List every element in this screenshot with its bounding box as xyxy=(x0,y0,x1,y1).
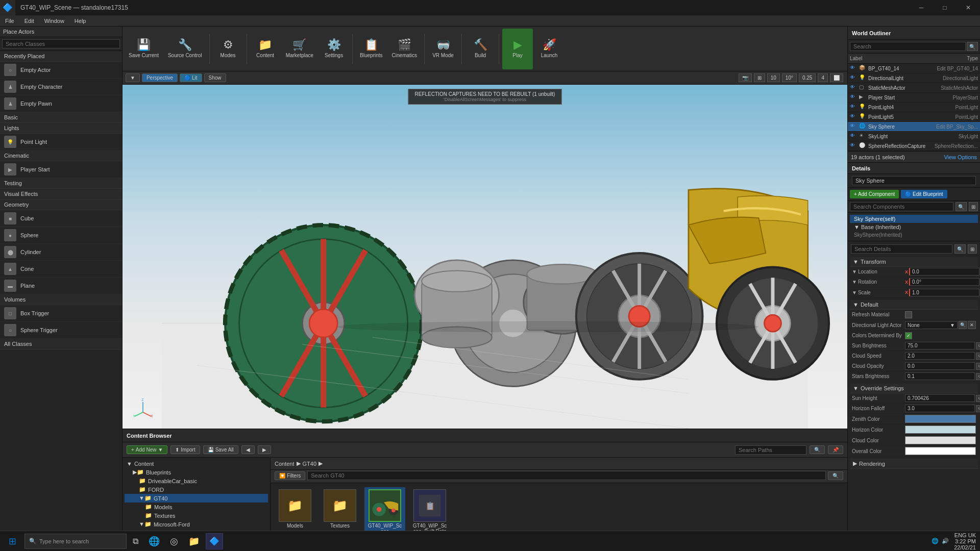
sun-brightness-reset-btn[interactable]: ↺ xyxy=(976,342,980,349)
tree-gt40[interactable]: ▼📁 GT40 xyxy=(125,494,268,503)
menu-edit[interactable]: Edit xyxy=(19,15,39,26)
sun-height-reset-btn[interactable]: ↺ xyxy=(976,395,980,402)
outliner-bp-gt40-14[interactable]: 👁 📦 BP_GT40_14 Edit BP_GT40_14 xyxy=(848,64,980,73)
outliner-pointlight4[interactable]: 👁 💡 PointLight4 PointLight xyxy=(848,103,980,112)
visibility-icon[interactable]: 👁 xyxy=(850,74,857,82)
tree-blueprints[interactable]: ▶📁 Blueprints xyxy=(125,468,268,477)
fov-btn[interactable]: 4 xyxy=(818,73,828,82)
override-settings-header[interactable]: ▼ Override Settings xyxy=(850,384,978,393)
default-header[interactable]: ▼ Default xyxy=(850,300,978,310)
outliner-search-input[interactable] xyxy=(850,42,966,51)
menu-window[interactable]: Window xyxy=(39,15,69,26)
category-geometry[interactable]: Geometry xyxy=(0,199,122,210)
tree-gt40-models[interactable]: 📁 Models xyxy=(125,503,268,511)
overall-color-swatch[interactable] xyxy=(905,447,976,455)
network-icon[interactable]: 🌐 xyxy=(932,538,939,544)
scale-btn[interactable]: 0.25 xyxy=(799,73,816,82)
lock-icon-btn[interactable]: 📌 xyxy=(828,445,843,454)
history-back-button[interactable]: ◀ xyxy=(241,445,255,454)
category-recently-placed[interactable]: Recently Placed xyxy=(0,51,122,62)
import-button[interactable]: ⬆ Import xyxy=(170,445,200,454)
search-paths-icon-btn[interactable]: 🔍 xyxy=(810,445,825,454)
directional-light-dropdown[interactable]: None ▼ xyxy=(905,321,958,329)
outliner-sphere-reflection[interactable]: 👁 ⚪ SphereReflectionCapture SphereReflec… xyxy=(848,141,980,151)
unreal-taskbar-btn[interactable]: 🔷 xyxy=(206,533,223,549)
angle-btn[interactable]: 10° xyxy=(782,73,797,82)
actor-empty-actor[interactable]: ○ Empty Actor xyxy=(0,62,122,79)
add-component-button[interactable]: + Add Component xyxy=(850,190,899,198)
horizon-falloff-input[interactable] xyxy=(905,405,975,412)
marketplace-button[interactable]: 🛒 Marketplace xyxy=(282,29,317,69)
grid-size-btn[interactable]: 10 xyxy=(767,73,780,82)
comp-skyshpere[interactable]: SkyShpere(Inherited) xyxy=(850,231,978,239)
build-button[interactable]: 🔨 Build xyxy=(465,29,496,69)
search-details-grid-btn[interactable]: ⊞ xyxy=(968,244,977,254)
category-cinematic[interactable]: Cinematic xyxy=(0,151,122,161)
grid-snap-btn[interactable]: ⊞ xyxy=(754,73,765,82)
maximize-viewport-btn[interactable]: ⬜ xyxy=(830,73,843,82)
menu-file[interactable]: File xyxy=(0,15,19,26)
actor-cylinder[interactable]: ⬤ Cylinder xyxy=(0,244,122,261)
clock-date[interactable]: ENG UK 3:22 PM 22/02/21 xyxy=(952,532,978,550)
asset-gt40-built-data[interactable]: 📋 GT40_WIP_Scene_Built Data xyxy=(409,487,450,536)
details-search-input[interactable] xyxy=(850,202,953,211)
actor-box-trigger[interactable]: □ Box Trigger xyxy=(0,305,122,322)
outliner-skylight[interactable]: 👁 ☀ SkyLight SkyLight xyxy=(848,132,980,141)
colors-determined-checkbox[interactable]: ✓ xyxy=(905,332,912,339)
close-button[interactable]: ✕ xyxy=(957,0,980,15)
horizon-color-swatch[interactable] xyxy=(905,425,976,434)
category-lights[interactable]: Lights xyxy=(0,123,122,134)
location-x-input[interactable] xyxy=(909,268,979,276)
cloud-color-swatch[interactable] xyxy=(905,436,976,444)
transform-header[interactable]: ▼ Transform xyxy=(850,257,978,267)
outliner-static-mesh[interactable]: 👁 ▢ StaticMeshActor StaticMeshActor xyxy=(848,83,980,93)
task-view-btn[interactable]: ⧉ xyxy=(129,533,142,549)
asset-search-btn[interactable]: 🔍 xyxy=(828,471,843,480)
minimize-button[interactable]: ─ xyxy=(910,0,933,15)
path-gt40[interactable]: GT40 xyxy=(303,461,317,467)
actor-empty-pawn[interactable]: ♟ Empty Pawn xyxy=(0,95,122,112)
volume-icon[interactable]: 🔊 xyxy=(942,538,949,544)
lit-btn[interactable]: 🔵 Lit xyxy=(180,73,202,82)
cloud-opacity-input[interactable] xyxy=(905,362,975,370)
cloud-speed-reset-btn[interactable]: ↺ xyxy=(976,353,980,360)
category-basic[interactable]: Basic xyxy=(0,112,122,123)
save-current-button[interactable]: 💾 Save Current xyxy=(125,29,163,69)
category-visual-effects[interactable]: Visual Effects xyxy=(0,189,122,199)
view-options-link[interactable]: View Options xyxy=(944,154,977,160)
category-all-classes[interactable]: All Classes xyxy=(0,339,122,349)
horizon-falloff-reset-btn[interactable]: ↺ xyxy=(976,405,980,412)
outliner-sky-sphere[interactable]: 👁 🌐 Sky Sphere Edit BP_Sky_Sp... xyxy=(848,122,980,132)
visibility-icon[interactable]: 👁 xyxy=(850,123,857,130)
cloud-speed-input[interactable] xyxy=(905,352,975,360)
visibility-icon[interactable]: 👁 xyxy=(850,94,857,101)
vr-mode-button[interactable]: 🥽 VR Mode xyxy=(428,29,458,69)
actor-sphere-trigger[interactable]: ○ Sphere Trigger xyxy=(0,322,122,339)
path-content[interactable]: Content xyxy=(275,461,295,467)
tree-ford[interactable]: 📁 FORD xyxy=(125,485,268,494)
tree-driveablecar[interactable]: 📁 DriveableCar_basic xyxy=(125,477,268,485)
play-button[interactable]: ▶ Play xyxy=(502,29,533,69)
start-button[interactable]: ⊞ xyxy=(2,533,22,549)
tree-content[interactable]: ▼ Content xyxy=(125,460,268,468)
search-details-btn[interactable]: 🔍 xyxy=(954,244,966,254)
viewport-dropdown-btn[interactable]: ▼ xyxy=(126,73,140,82)
maximize-button[interactable]: □ xyxy=(933,0,957,15)
search-taskbar-btn[interactable]: 🔍 Type here to search xyxy=(24,534,127,549)
clear-light-btn[interactable]: ✕ xyxy=(968,321,976,329)
camera-icon-btn[interactable]: 📷 xyxy=(739,73,752,82)
stars-brightness-reset-btn[interactable]: ↺ xyxy=(976,373,980,380)
comp-base-inherited[interactable]: ▼ Base (Inherited) xyxy=(850,223,978,231)
show-btn[interactable]: Show xyxy=(204,73,226,82)
cinematics-button[interactable]: 🎬 Cinematics xyxy=(388,29,421,69)
actor-sphere[interactable]: ● Sphere xyxy=(0,227,122,244)
actor-plane[interactable]: ▬ Plane xyxy=(0,278,122,294)
details-object-input[interactable] xyxy=(852,176,976,185)
visibility-icon[interactable]: 👁 xyxy=(850,113,857,120)
actor-point-light[interactable]: 💡 Point Light xyxy=(0,134,122,151)
refresh-material-checkbox[interactable] xyxy=(905,311,912,318)
settings-button[interactable]: ⚙️ Settings xyxy=(318,29,349,69)
actor-search-input[interactable] xyxy=(2,39,120,48)
category-testing[interactable]: Testing xyxy=(0,178,122,189)
source-control-button[interactable]: 🔧 Source Control xyxy=(164,29,206,69)
